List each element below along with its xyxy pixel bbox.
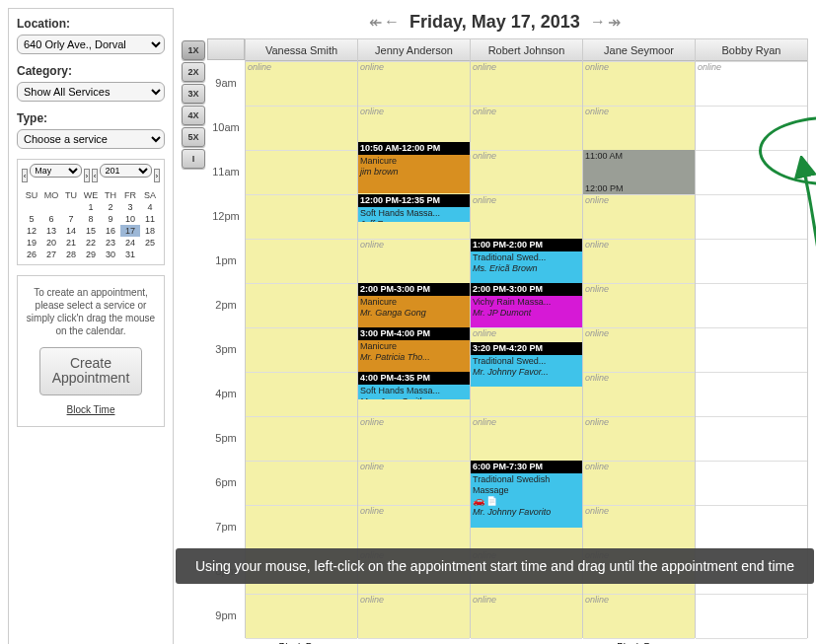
cal-day[interactable]: 9 — [101, 213, 120, 225]
cal-day[interactable]: 10 — [120, 213, 140, 225]
cal-day[interactable]: 28 — [61, 249, 81, 260]
online-status: online — [360, 107, 384, 116]
cal-day[interactable]: 21 — [61, 237, 81, 249]
cal-day[interactable]: 22 — [81, 237, 101, 249]
appointment[interactable]: 6:00 PM-7:30 PMTraditional SwedishMassag… — [471, 461, 582, 528]
cal-day[interactable]: 2 — [101, 201, 120, 213]
cal-next-month[interactable]: › — [84, 169, 90, 182]
appointment[interactable]: 3:00 PM-4:00 PMManicureMr. Patricia Tho.… — [358, 327, 470, 372]
draft-selection[interactable]: 11:00 AM12:00 PM — [583, 150, 695, 194]
cal-day — [140, 249, 160, 260]
next-week-icon[interactable]: ↠ — [608, 13, 621, 32]
date-navbar: ↞ ← Friday, May 17, 2013 → ↠ — [182, 8, 808, 38]
online-status: online — [585, 462, 609, 471]
cal-day[interactable]: 20 — [41, 237, 61, 249]
category-select[interactable]: Show All Services — [17, 82, 165, 102]
cal-day[interactable]: 5 — [22, 213, 41, 225]
appointment[interactable]: 12:00 PM-12:35 PMSoft Hands Massa...Jeff… — [358, 194, 470, 222]
cal-prev-year[interactable]: ‹ — [92, 169, 98, 182]
cal-day[interactable]: 1 — [81, 201, 101, 213]
online-status: online — [473, 62, 496, 72]
column-header: Vanessa Smith — [246, 39, 357, 61]
cal-month-select[interactable]: May — [30, 164, 81, 178]
cal-day[interactable]: 18 — [140, 225, 160, 237]
zoom-1x[interactable]: 1X — [182, 40, 205, 60]
cal-prev-month[interactable]: ‹ — [22, 169, 28, 182]
appointment-line2: Ms. Ericã Brown — [473, 263, 580, 274]
cal-year-select[interactable]: 201 — [100, 164, 151, 178]
online-status: online — [473, 417, 496, 427]
time-slot: 6pm — [207, 460, 245, 504]
cal-day[interactable]: 16 — [101, 225, 120, 237]
zoom-i[interactable]: I — [182, 149, 205, 169]
appointment-line2: Mr. Patricia Tho... — [360, 352, 468, 363]
time-slot: 2pm — [207, 282, 245, 326]
block-time-link[interactable]: Block Time — [24, 403, 158, 416]
appointment-time-bar: 4:00 PM-4:35 PM — [358, 372, 470, 385]
zoom-5x[interactable]: 5X — [182, 127, 205, 147]
cal-day[interactable]: 6 — [41, 213, 61, 225]
draft-start-time: 11:00 AM — [585, 151, 623, 161]
cal-day[interactable]: 27 — [41, 249, 61, 260]
type-select[interactable]: Choose a service — [17, 129, 165, 149]
category-label: Category: — [17, 64, 165, 78]
appointment[interactable]: 2:00 PM-3:00 PMVichy Rain Massa...Mr. JP… — [471, 283, 582, 327]
draft-end-time: 12:00 PM — [585, 183, 624, 193]
create-appointment-button[interactable]: Create Appointment — [39, 347, 143, 395]
date-title: Friday, May 17, 2013 — [409, 12, 580, 33]
cal-day[interactable]: 31 — [120, 249, 140, 260]
zoom-3x[interactable]: 3X — [182, 84, 205, 104]
online-status: online — [585, 328, 609, 338]
online-status: online — [473, 595, 496, 605]
appointment[interactable]: 1:00 PM-2:00 PMTraditional Swed...Ms. Er… — [471, 239, 582, 283]
appointment-time-bar: 12:00 PM-12:35 PM — [358, 194, 470, 207]
cal-day[interactable]: 7 — [61, 213, 81, 225]
cal-day[interactable]: 24 — [120, 237, 140, 249]
online-status: online — [473, 328, 496, 338]
column-header: Jenny Anderson — [358, 39, 470, 61]
appointment[interactable]: 10:50 AM-12:00 PMManicurejim brown — [358, 142, 470, 193]
time-slot: 11am — [207, 149, 245, 193]
zoom-2x[interactable]: 2X — [182, 62, 205, 82]
online-status: online — [473, 107, 496, 116]
appointment-service: Soft Hands Massa... — [360, 386, 468, 396]
appointment-service: Soft Hands Massa... — [360, 208, 468, 219]
appointment[interactable]: 4:00 PM-4:35 PMSoft Hands Massa...Mrs. J… — [358, 372, 470, 399]
cal-day[interactable]: 19 — [22, 237, 41, 249]
prev-day-icon[interactable]: ← — [384, 13, 400, 32]
next-day-icon[interactable]: → — [590, 13, 606, 32]
online-status: online — [360, 62, 384, 72]
cal-day[interactable]: 14 — [61, 225, 81, 237]
cal-day[interactable]: 23 — [101, 237, 120, 249]
zoom-4x[interactable]: 4X — [182, 106, 205, 125]
appointment-client: Mr. Johnny Favorito — [473, 507, 580, 518]
time-slot: 7pm — [207, 504, 245, 548]
cal-day[interactable]: 13 — [41, 225, 61, 237]
cal-next-year[interactable]: › — [154, 169, 160, 182]
cal-day[interactable]: 8 — [81, 213, 101, 225]
cal-day[interactable]: 3 — [120, 201, 140, 213]
appointment[interactable]: 3:20 PM-4:20 PMTraditional Swed...Mr. Jo… — [471, 342, 582, 387]
prev-week-icon[interactable]: ↞ — [369, 13, 382, 32]
appointment-line2: Massage — [473, 485, 580, 496]
cal-dow: SA — [140, 189, 160, 201]
cal-day[interactable]: 17 — [120, 225, 140, 237]
cal-day[interactable]: 4 — [140, 201, 160, 213]
cal-day[interactable]: 25 — [140, 237, 160, 249]
cal-day[interactable]: 15 — [81, 225, 101, 237]
cal-day[interactable]: 11 — [140, 213, 160, 225]
cal-day[interactable]: 30 — [101, 249, 120, 260]
help-text: To create an appointment, please select … — [24, 286, 158, 337]
appointment[interactable]: 2:00 PM-3:00 PMManicureMr. Ganga Gong — [358, 283, 470, 327]
cal-day[interactable]: 29 — [81, 249, 101, 260]
cal-day[interactable]: 12 — [22, 225, 41, 237]
cal-day[interactable]: 26 — [22, 249, 41, 260]
appointment-service: Traditional Swed... — [473, 356, 580, 367]
cal-dow: FR — [120, 189, 140, 201]
location-label: Location: — [17, 17, 165, 31]
online-status: online — [360, 240, 384, 250]
time-slot: 5pm — [207, 415, 245, 460]
appointment-service: Manicure — [360, 156, 468, 167]
location-select[interactable]: 640 Orly Ave., Dorval — [17, 35, 165, 54]
column-header: Bobby Ryan — [696, 39, 807, 61]
